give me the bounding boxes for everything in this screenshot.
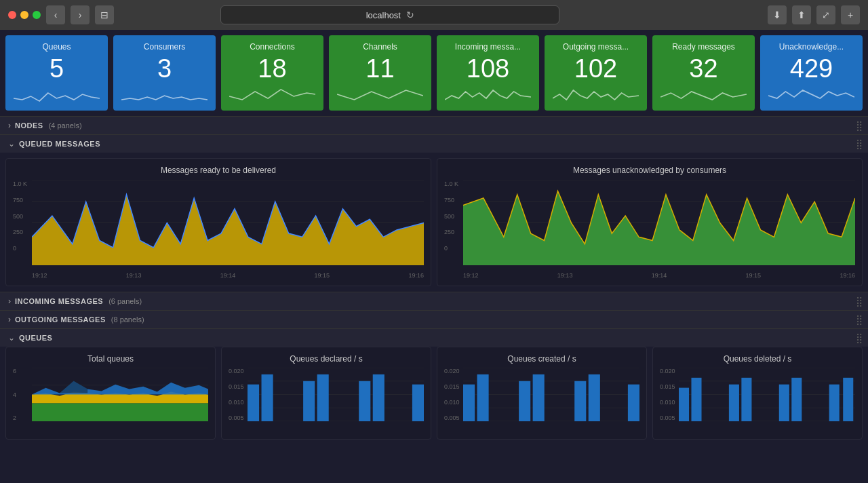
- svg-marker-5: [32, 195, 424, 265]
- share-button[interactable]: ⬆: [792, 5, 811, 24]
- sparkline-ready: [660, 86, 747, 105]
- svg-marker-11: [463, 191, 855, 265]
- svg-rect-37: [412, 385, 424, 421]
- url-text: localhost: [366, 10, 401, 20]
- stat-title-unack: Unacknowledge...: [768, 42, 854, 52]
- queues-section-title: QUEUES: [19, 334, 52, 342]
- stat-title-ready: Ready messages: [660, 42, 747, 52]
- sparkline-connections: [229, 86, 315, 105]
- incoming-section-title: INCOMING MESSAGES: [15, 297, 103, 305]
- sparkline-queues: [14, 86, 100, 105]
- minimize-button[interactable]: [20, 11, 28, 19]
- chart-title-deleted: Queues deleted / s: [660, 354, 855, 364]
- download-button[interactable]: ⬇: [768, 5, 787, 24]
- nodes-toggle-icon: ›: [8, 121, 11, 130]
- chart-area-deleted: 0.020 0.015 0.010 0.005: [660, 368, 855, 432]
- chart-title-created: Queues created / s: [444, 354, 639, 364]
- queues-toggle-icon: ⌄: [8, 333, 15, 343]
- back-button[interactable]: ‹: [46, 5, 65, 24]
- chart-title-unack: Messages unacknowledged by consumers: [444, 166, 855, 175]
- close-button[interactable]: [8, 11, 16, 19]
- outgoing-section-header[interactable]: › OUTGOING MESSAGES (8 panels) ⣿: [0, 310, 868, 328]
- chart-panel-total-queues: Total queues 6 4 2: [5, 347, 216, 440]
- dashboard: Queues 5 Consumers 3 Connections 18: [0, 30, 868, 483]
- stat-value-connections: 18: [229, 54, 315, 83]
- refresh-button[interactable]: ↻: [406, 9, 414, 20]
- outgoing-drag-handle: ⣿: [856, 314, 863, 325]
- svg-rect-62: [691, 378, 701, 421]
- svg-rect-48: [533, 374, 545, 421]
- traffic-lights: [8, 11, 41, 19]
- sidebar-button[interactable]: ⊟: [95, 5, 114, 24]
- forward-button[interactable]: ›: [71, 5, 90, 24]
- svg-rect-65: [729, 385, 739, 421]
- fullscreen-button[interactable]: ⤢: [816, 5, 835, 24]
- chart-panel-unack: Messages unacknowledged by consumers 1.0…: [437, 158, 863, 286]
- y-label: 1.0 K: [13, 180, 32, 187]
- y-label: 750: [13, 197, 32, 204]
- svg-rect-47: [519, 381, 530, 421]
- chart-title-declared: Queues declared / s: [229, 354, 424, 364]
- stat-value-channels: 11: [337, 54, 423, 83]
- y-labels-created: 0.020 0.015 0.010 0.005: [444, 368, 463, 421]
- chart-area-ready: 1.0 K 750 500 250 0: [13, 180, 424, 279]
- svg-rect-25: [248, 385, 259, 421]
- stat-card-connections[interactable]: Connections 18: [221, 35, 323, 111]
- incoming-toggle-icon: ›: [8, 296, 11, 306]
- x-labels-unack: 19:12 19:13 19:14 19:15 19:16: [463, 272, 855, 279]
- svg-rect-26: [262, 374, 273, 421]
- y-labels-unack: 1.0 K 750 500 250 0: [444, 180, 463, 265]
- y-label: 750: [444, 197, 463, 204]
- sparkline-incoming: [445, 86, 531, 105]
- y-labels-deleted: 0.020 0.015 0.010 0.005: [660, 368, 679, 421]
- svg-marker-18: [32, 381, 208, 395]
- chart-panel-deleted: Queues deleted / s 0.020 0.015 0.010 0.0…: [652, 347, 863, 440]
- stat-value-ready: 32: [660, 54, 747, 83]
- y-labels-ready: 1.0 K 750 500 250 0: [13, 180, 32, 265]
- chart-title-ready: Messages ready to be delivered: [13, 166, 424, 175]
- y-label: 500: [13, 213, 32, 220]
- chart-panel-declared: Queues declared / s 0.020 0.015 0.010 0.…: [221, 347, 431, 440]
- y-label: 500: [444, 213, 463, 220]
- stat-value-incoming: 108: [445, 54, 531, 83]
- stat-card-channels[interactable]: Channels 11: [329, 35, 431, 111]
- incoming-drag-handle: ⣿: [856, 296, 863, 307]
- queued-charts-row: Messages ready to be delivered 1.0 K 750…: [0, 153, 868, 292]
- chart-area-created: 0.020 0.015 0.010 0.005: [444, 368, 639, 432]
- queued-section-header[interactable]: ⌄ QUEUED MESSAGES ⣿: [0, 134, 868, 153]
- nodes-panels-count: (4 panels): [49, 121, 82, 130]
- svg-rect-34: [373, 374, 384, 421]
- stat-card-outgoing[interactable]: Outgoing messa... 102: [545, 35, 647, 111]
- svg-rect-30: [317, 374, 329, 421]
- stat-card-consumers[interactable]: Consumers 3: [113, 35, 216, 111]
- svg-marker-19: [60, 381, 87, 393]
- chart-title-total-queues: Total queues: [13, 354, 208, 364]
- stat-title-consumers: Consumers: [121, 42, 208, 52]
- incoming-section-header[interactable]: › INCOMING MESSAGES (6 panels) ⣿: [0, 292, 868, 310]
- queues-section-header[interactable]: ⌄ QUEUES ⣿: [0, 328, 868, 347]
- svg-rect-73: [829, 385, 840, 421]
- svg-rect-29: [303, 381, 315, 421]
- maximize-button[interactable]: [33, 11, 41, 19]
- nodes-section-header[interactable]: › NODES (4 panels) ⣿: [0, 116, 868, 134]
- chart-plot-total: [32, 368, 208, 421]
- stat-card-ready[interactable]: Ready messages 32: [652, 35, 755, 111]
- address-bar[interactable]: localhost ↻: [220, 5, 559, 24]
- chart-plot-ready: [32, 180, 424, 265]
- stat-card-queues[interactable]: Queues 5: [5, 35, 108, 111]
- svg-rect-61: [679, 388, 689, 421]
- stat-card-incoming[interactable]: Incoming messa... 108: [437, 35, 539, 111]
- svg-rect-70: [791, 378, 802, 421]
- stat-title-connections: Connections: [229, 42, 315, 52]
- stat-card-unack[interactable]: Unacknowledge... 429: [760, 35, 863, 111]
- bottom-charts-row: Total queues 6 4 2: [0, 347, 868, 445]
- new-tab-button[interactable]: +: [841, 5, 860, 24]
- queued-drag-handle: ⣿: [856, 138, 863, 149]
- svg-rect-74: [843, 378, 853, 421]
- y-label: 0: [444, 245, 463, 252]
- y-labels-total: 6 4 2: [13, 368, 32, 421]
- svg-rect-69: [779, 385, 789, 421]
- browser-actions: ⬇ ⬆ ⤢ +: [768, 5, 860, 24]
- chart-panel-ready: Messages ready to be delivered 1.0 K 750…: [5, 158, 431, 286]
- svg-rect-43: [463, 385, 475, 421]
